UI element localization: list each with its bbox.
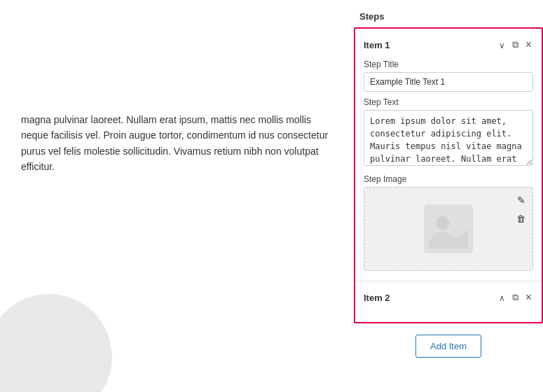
trash-icon <box>516 213 525 224</box>
image-edit-button[interactable] <box>515 193 527 207</box>
step-image-label: Step Image <box>364 174 533 184</box>
item-1-block: Item 1 Step Title Step Text Lorem ipsum … <box>355 29 542 281</box>
decorative-circle <box>0 294 112 392</box>
step-title-label: Step Title <box>364 59 533 69</box>
step-text-textarea[interactable]: Lorem ipsum dolor sit amet, consectetur … <box>364 110 533 166</box>
item-2-title: Item 2 <box>364 293 390 303</box>
body-text: magna pulvinar laoreet. Nullam erat ipsu… <box>21 112 333 175</box>
pencil-icon <box>517 195 525 206</box>
chevron-up-icon <box>499 293 505 303</box>
item-1-close-button[interactable] <box>524 37 533 52</box>
item-1-copy-button[interactable] <box>511 38 520 52</box>
item-1-header: Item 1 <box>364 37 533 52</box>
svg-point-1 <box>436 216 450 230</box>
step-title-input[interactable] <box>364 72 533 92</box>
close-icon <box>525 291 532 304</box>
close-icon <box>525 38 532 51</box>
chevron-down-icon <box>499 40 505 50</box>
step-text-label: Step Text <box>364 97 533 107</box>
image-placeholder-icon <box>424 204 473 253</box>
copy-icon <box>512 39 518 50</box>
image-actions <box>515 193 527 225</box>
item-2-chevron-up-button[interactable] <box>497 291 507 304</box>
left-panel: magna pulvinar laoreet. Nullam erat ipsu… <box>0 0 354 392</box>
item-1-title: Item 1 <box>364 40 390 50</box>
item-2-controls <box>497 290 533 305</box>
item-2-copy-button[interactable] <box>511 290 520 304</box>
copy-icon <box>512 292 518 303</box>
item-2-close-button[interactable] <box>524 290 533 305</box>
item-1-chevron-down-button[interactable] <box>497 38 507 52</box>
item-1-controls <box>497 37 533 52</box>
step-image-area <box>364 187 533 271</box>
add-item-wrapper: Add Item <box>354 332 543 358</box>
item-2-block: Item 2 <box>355 281 542 322</box>
image-delete-button[interactable] <box>515 211 527 225</box>
add-item-button[interactable]: Add Item <box>415 335 481 358</box>
steps-label: Steps <box>357 11 543 27</box>
right-panel: Steps Item 1 Step Title <box>354 0 543 392</box>
item-2-header: Item 2 <box>364 290 533 305</box>
steps-container: Item 1 Step Title Step Text Lorem ipsum … <box>354 27 543 323</box>
